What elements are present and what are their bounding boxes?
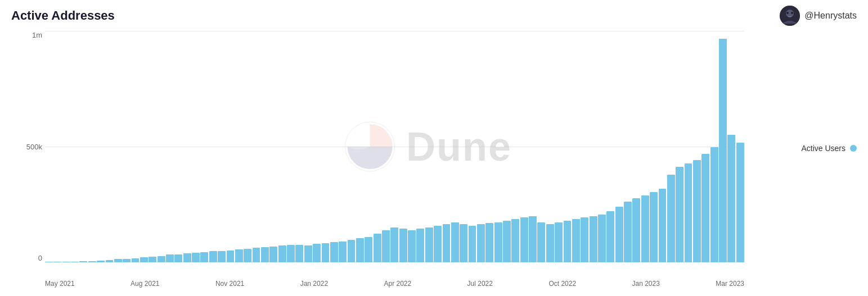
bar [374,234,381,262]
bar [365,237,372,262]
bar [253,248,260,262]
bar [511,219,519,262]
bar [106,260,114,262]
bar [348,240,356,262]
bars-container [45,31,744,262]
bar [227,251,235,262]
legend-label: Active Users [801,144,845,153]
legend: Active Users [801,144,857,153]
bar [719,39,727,262]
y-label-top: 1m [32,31,42,39]
bar [382,230,390,262]
bar [218,251,226,262]
chart-container: Active Addresses @Henrystats 1m 500k 0 [0,0,868,296]
bar [693,160,701,262]
x-label-4: Apr 2022 [384,280,411,288]
bar [132,258,140,262]
bar [313,244,321,262]
chart-title: Active Addresses [11,8,115,23]
bar [269,247,277,262]
bar [123,259,131,262]
bar [564,221,572,262]
bar [727,135,735,262]
bar [390,227,398,263]
bar [555,222,563,262]
bar [45,262,53,262]
bar [399,229,407,262]
bar [477,224,485,262]
y-axis: 1m 500k 0 [11,31,42,262]
y-label-bottom: 0 [38,254,42,262]
bar [443,224,451,262]
bar [598,215,606,262]
bar [149,257,156,262]
bar [676,167,683,262]
bar [590,216,597,262]
x-label-2: Nov 2021 [215,280,244,288]
chart-header: Active Addresses @Henrystats [11,6,857,26]
bar [304,245,312,262]
bar [650,192,658,262]
bar [632,198,640,262]
bar [209,251,217,262]
bar [434,226,442,262]
x-label-1: Aug 2021 [131,280,159,288]
x-label-3: Jan 2022 [300,280,328,288]
bar [235,249,243,262]
x-label-7: Jan 2023 [632,280,659,288]
bar [53,262,61,262]
bar [659,189,667,262]
bar [546,224,554,262]
bar [192,253,200,262]
bar [581,217,588,262]
bar [158,256,165,262]
bar [88,261,96,262]
chart-area: Dune [45,31,744,262]
bar [710,147,718,262]
y-label-mid: 500k [26,143,42,151]
bar [667,175,675,262]
bar [624,202,632,262]
bar [641,195,649,262]
bar [62,262,70,262]
bar [114,259,122,262]
bar [485,223,493,262]
bar [469,226,476,262]
bar [200,252,208,262]
bar [451,222,459,262]
bar [701,154,709,262]
bar [79,261,87,262]
bar [166,254,174,262]
bar [356,238,364,262]
bar [295,245,303,262]
bar [339,242,347,262]
svg-point-3 [791,12,793,14]
bar [529,216,537,262]
x-axis: May 2021 Aug 2021 Nov 2021 Jan 2022 Apr … [45,280,744,288]
svg-point-2 [786,12,789,14]
user-info: @Henrystats [780,6,857,26]
bar [408,230,416,262]
x-label-8: Mar 2023 [716,280,744,288]
bar [174,254,182,262]
avatar [780,6,800,26]
bar [425,227,433,263]
bar [615,207,623,262]
bar [183,253,191,262]
bar [416,229,424,262]
bar [606,211,614,262]
bar [244,249,251,262]
x-label-5: Jul 2022 [467,280,493,288]
bar [287,245,295,262]
bar [736,143,744,262]
x-label-0: May 2021 [45,280,75,288]
x-label-6: Oct 2022 [548,280,576,288]
bar [503,221,511,262]
bar [685,163,692,262]
bar [261,247,269,262]
bar [71,262,79,262]
bar [278,245,286,262]
bar [520,217,528,262]
bar [572,219,580,262]
legend-dot [850,145,857,152]
